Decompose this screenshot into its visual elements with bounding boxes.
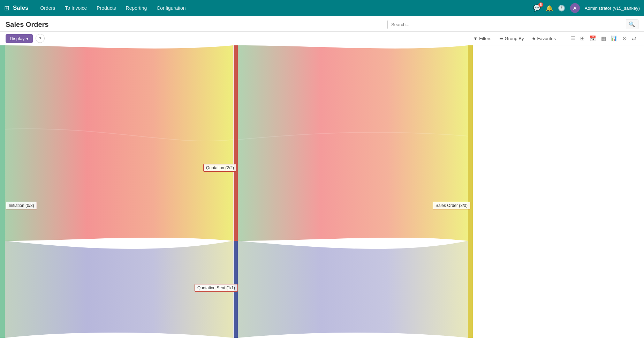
calendar-view-button[interactable]: 📅 — [588, 34, 598, 43]
apps-icon[interactable]: ⊞ — [4, 4, 9, 12]
sankey-svg — [0, 45, 644, 338]
pivot-view-button[interactable]: ⊙ — [620, 34, 629, 43]
view-icons: ☰ ⊞ 📅 ▦ 📊 ⊙ ⇄ — [565, 34, 638, 43]
help-button[interactable]: ? — [36, 34, 45, 43]
quotation-sent-label[interactable]: Quotation Sent (1/1) — [195, 284, 238, 292]
nav-to-invoice[interactable]: To Invoice — [61, 3, 91, 13]
svg-rect-1 — [234, 45, 238, 241]
quotation-label[interactable]: Quotation (2/2) — [203, 164, 237, 172]
search-wrap: 🔍 — [387, 20, 638, 29]
nav-orders[interactable]: Orders — [36, 3, 59, 13]
svg-rect-0 — [0, 45, 5, 338]
discuss-badge: 6 — [538, 2, 543, 7]
svg-rect-3 — [468, 45, 473, 338]
filters-button[interactable]: ▼ Filters — [470, 35, 495, 43]
star-icon: ★ — [532, 36, 536, 41]
activity-icon[interactable]: 🔔 — [546, 5, 553, 12]
initiation-label[interactable]: Initiation (0/3) — [6, 202, 37, 209]
avatar[interactable]: A — [570, 3, 580, 13]
groupby-icon: ☰ — [499, 36, 503, 41]
filter-icon: ▼ — [473, 36, 478, 41]
username: Administrator (v15_sankey) — [585, 6, 640, 11]
sankey-view-button[interactable]: ⇄ — [630, 34, 638, 43]
topnav: ⊞ Sales Orders To Invoice Products Repor… — [0, 0, 644, 16]
page-title: Sales Orders — [6, 21, 383, 29]
subheader: Sales Orders 🔍 — [0, 16, 644, 32]
display-chevron-icon: ▾ — [26, 36, 29, 41]
clock-icon[interactable]: 🕐 — [558, 5, 565, 12]
nav-products[interactable]: Products — [92, 3, 120, 13]
chart-view-button[interactable]: 📊 — [609, 34, 620, 43]
search-input[interactable] — [387, 20, 626, 29]
topnav-right: 💬 6 🔔 🕐 A Administrator (v15_sankey) — [533, 3, 640, 13]
brand-name[interactable]: Sales — [13, 5, 28, 12]
list-view-button[interactable]: ☰ — [569, 34, 577, 43]
kanban-view-button[interactable]: ⊞ — [578, 34, 587, 43]
favorites-button[interactable]: ★ Favorites — [528, 35, 559, 43]
search-button[interactable]: 🔍 — [626, 20, 638, 29]
toolbar: Display ▾ ? ▼ Filters ☰ Group By ★ Favor… — [0, 32, 644, 45]
sankey-area: Initiation (0/3) Quotation (2/2) Sales O… — [0, 45, 644, 338]
display-button[interactable]: Display ▾ — [6, 34, 33, 43]
nav-reporting[interactable]: Reporting — [122, 3, 151, 13]
group-by-button[interactable]: ☰ Group By — [496, 35, 528, 43]
discuss-icon[interactable]: 💬 6 — [533, 4, 541, 12]
nav-configuration[interactable]: Configuration — [152, 3, 190, 13]
filter-group: ▼ Filters ☰ Group By ★ Favorites — [470, 35, 559, 43]
table-view-button[interactable]: ▦ — [599, 34, 608, 43]
sales-order-label[interactable]: Sales Order (3/0) — [433, 202, 470, 209]
display-label: Display — [10, 36, 25, 41]
